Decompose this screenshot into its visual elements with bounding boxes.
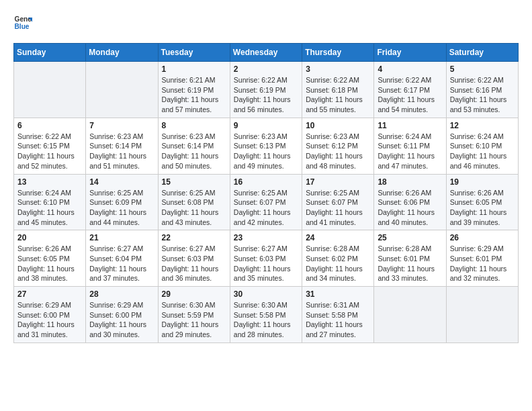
day-info: Sunrise: 6:30 AM Sunset: 5:58 PM Dayligh… — [234, 300, 298, 340]
calendar-cell: 10Sunrise: 6:23 AM Sunset: 6:12 PM Dayli… — [302, 118, 374, 174]
calendar-cell: 6Sunrise: 6:22 AM Sunset: 6:15 PM Daylig… — [14, 118, 86, 174]
day-info: Sunrise: 6:23 AM Sunset: 6:12 PM Dayligh… — [306, 132, 370, 171]
day-number: 30 — [234, 289, 298, 299]
weekday-header-wednesday: Wednesday — [230, 44, 302, 62]
day-number: 15 — [162, 177, 226, 187]
calendar-cell: 5Sunrise: 6:22 AM Sunset: 6:16 PM Daylig… — [446, 62, 518, 118]
calendar-cell: 1Sunrise: 6:21 AM Sunset: 6:19 PM Daylig… — [158, 62, 230, 118]
weekday-header-tuesday: Tuesday — [158, 44, 230, 62]
day-number: 26 — [450, 233, 515, 242]
calendar-cell: 12Sunrise: 6:24 AM Sunset: 6:10 PM Dayli… — [446, 118, 518, 174]
calendar-cell: 21Sunrise: 6:27 AM Sunset: 6:04 PM Dayli… — [86, 230, 158, 287]
day-info: Sunrise: 6:27 AM Sunset: 6:03 PM Dayligh… — [234, 244, 298, 283]
calendar-cell: 26Sunrise: 6:29 AM Sunset: 6:01 PM Dayli… — [446, 230, 518, 287]
day-info: Sunrise: 6:23 AM Sunset: 6:14 PM Dayligh… — [89, 132, 154, 171]
day-number: 5 — [450, 64, 515, 74]
calendar-cell: 25Sunrise: 6:28 AM Sunset: 6:01 PM Dayli… — [374, 230, 446, 287]
day-info: Sunrise: 6:28 AM Sunset: 6:01 PM Dayligh… — [378, 244, 442, 283]
day-number: 3 — [306, 64, 370, 74]
day-number: 11 — [378, 121, 442, 130]
day-info: Sunrise: 6:25 AM Sunset: 6:07 PM Dayligh… — [306, 188, 370, 228]
calendar-header-row: SundayMondayTuesdayWednesdayThursdayFrid… — [14, 44, 519, 62]
calendar-cell: 20Sunrise: 6:26 AM Sunset: 6:05 PM Dayli… — [14, 230, 86, 287]
day-number: 14 — [89, 177, 154, 187]
day-number: 1 — [162, 64, 226, 74]
logo: General Blue — [13, 13, 32, 32]
day-info: Sunrise: 6:25 AM Sunset: 6:07 PM Dayligh… — [234, 188, 298, 228]
day-number: 12 — [450, 121, 515, 130]
day-info: Sunrise: 6:24 AM Sunset: 6:10 PM Dayligh… — [17, 188, 82, 228]
calendar-cell — [374, 287, 446, 343]
calendar-cell: 9Sunrise: 6:23 AM Sunset: 6:13 PM Daylig… — [230, 118, 302, 174]
day-number: 29 — [162, 289, 226, 299]
calendar-table: SundayMondayTuesdayWednesdayThursdayFrid… — [13, 43, 519, 343]
calendar-cell: 2Sunrise: 6:22 AM Sunset: 6:19 PM Daylig… — [230, 62, 302, 118]
calendar-cell — [86, 62, 158, 118]
day-number: 9 — [234, 121, 298, 130]
calendar-cell: 14Sunrise: 6:25 AM Sunset: 6:09 PM Dayli… — [86, 174, 158, 230]
svg-text:General: General — [15, 15, 32, 23]
calendar-cell: 15Sunrise: 6:25 AM Sunset: 6:08 PM Dayli… — [158, 174, 230, 230]
calendar-body: 1Sunrise: 6:21 AM Sunset: 6:19 PM Daylig… — [14, 62, 519, 343]
calendar-cell: 19Sunrise: 6:26 AM Sunset: 6:05 PM Dayli… — [446, 174, 518, 230]
weekday-header-monday: Monday — [86, 44, 158, 62]
day-info: Sunrise: 6:29 AM Sunset: 6:00 PM Dayligh… — [17, 300, 82, 340]
calendar-cell: 18Sunrise: 6:26 AM Sunset: 6:06 PM Dayli… — [374, 174, 446, 230]
calendar-week-4: 20Sunrise: 6:26 AM Sunset: 6:05 PM Dayli… — [14, 230, 519, 287]
day-number: 18 — [378, 177, 442, 187]
day-number: 17 — [306, 177, 370, 187]
day-number: 16 — [234, 177, 298, 187]
day-info: Sunrise: 6:28 AM Sunset: 6:02 PM Dayligh… — [306, 244, 370, 283]
day-number: 22 — [162, 233, 226, 242]
weekday-header-thursday: Thursday — [302, 44, 374, 62]
day-number: 13 — [17, 177, 82, 187]
calendar-week-3: 13Sunrise: 6:24 AM Sunset: 6:10 PM Dayli… — [14, 174, 519, 230]
day-number: 25 — [378, 233, 442, 242]
day-info: Sunrise: 6:25 AM Sunset: 6:08 PM Dayligh… — [162, 188, 226, 228]
day-info: Sunrise: 6:31 AM Sunset: 5:58 PM Dayligh… — [306, 300, 370, 340]
day-number: 28 — [89, 289, 154, 299]
day-number: 23 — [234, 233, 298, 242]
calendar-cell: 11Sunrise: 6:24 AM Sunset: 6:11 PM Dayli… — [374, 118, 446, 174]
calendar-cell: 28Sunrise: 6:29 AM Sunset: 6:00 PM Dayli… — [86, 287, 158, 343]
day-info: Sunrise: 6:29 AM Sunset: 6:00 PM Dayligh… — [89, 300, 154, 340]
calendar-cell: 27Sunrise: 6:29 AM Sunset: 6:00 PM Dayli… — [14, 287, 86, 343]
logo-icon: General Blue — [13, 13, 32, 32]
day-number: 8 — [162, 121, 226, 130]
day-number: 7 — [89, 121, 154, 130]
weekday-header-saturday: Saturday — [446, 44, 518, 62]
calendar-cell — [14, 62, 86, 118]
day-info: Sunrise: 6:26 AM Sunset: 6:05 PM Dayligh… — [450, 188, 515, 228]
day-number: 20 — [17, 233, 82, 242]
day-info: Sunrise: 6:24 AM Sunset: 6:11 PM Dayligh… — [378, 132, 442, 171]
calendar-cell: 24Sunrise: 6:28 AM Sunset: 6:02 PM Dayli… — [302, 230, 374, 287]
day-number: 24 — [306, 233, 370, 242]
day-info: Sunrise: 6:27 AM Sunset: 6:03 PM Dayligh… — [162, 244, 226, 283]
calendar-cell: 3Sunrise: 6:22 AM Sunset: 6:18 PM Daylig… — [302, 62, 374, 118]
calendar-cell — [446, 287, 518, 343]
calendar-cell: 30Sunrise: 6:30 AM Sunset: 5:58 PM Dayli… — [230, 287, 302, 343]
calendar-cell: 8Sunrise: 6:23 AM Sunset: 6:14 PM Daylig… — [158, 118, 230, 174]
calendar-cell: 23Sunrise: 6:27 AM Sunset: 6:03 PM Dayli… — [230, 230, 302, 287]
day-info: Sunrise: 6:26 AM Sunset: 6:05 PM Dayligh… — [17, 244, 82, 283]
day-number: 10 — [306, 121, 370, 130]
day-number: 27 — [17, 289, 82, 299]
day-info: Sunrise: 6:26 AM Sunset: 6:06 PM Dayligh… — [378, 188, 442, 228]
calendar-cell: 16Sunrise: 6:25 AM Sunset: 6:07 PM Dayli… — [230, 174, 302, 230]
day-info: Sunrise: 6:25 AM Sunset: 6:09 PM Dayligh… — [89, 188, 154, 228]
day-number: 6 — [17, 121, 82, 130]
day-number: 19 — [450, 177, 515, 187]
day-info: Sunrise: 6:22 AM Sunset: 6:19 PM Dayligh… — [234, 75, 298, 115]
calendar-cell: 4Sunrise: 6:22 AM Sunset: 6:17 PM Daylig… — [374, 62, 446, 118]
day-info: Sunrise: 6:22 AM Sunset: 6:17 PM Dayligh… — [378, 75, 442, 115]
weekday-header-friday: Friday — [374, 44, 446, 62]
weekday-header-sunday: Sunday — [14, 44, 86, 62]
day-info: Sunrise: 6:23 AM Sunset: 6:13 PM Dayligh… — [234, 132, 298, 171]
calendar-week-5: 27Sunrise: 6:29 AM Sunset: 6:00 PM Dayli… — [14, 287, 519, 343]
page-header: General Blue — [13, 13, 519, 32]
day-info: Sunrise: 6:21 AM Sunset: 6:19 PM Dayligh… — [162, 75, 226, 115]
day-info: Sunrise: 6:30 AM Sunset: 5:59 PM Dayligh… — [162, 300, 226, 340]
day-info: Sunrise: 6:22 AM Sunset: 6:16 PM Dayligh… — [450, 75, 515, 115]
calendar-week-2: 6Sunrise: 6:22 AM Sunset: 6:15 PM Daylig… — [14, 118, 519, 174]
calendar-cell: 7Sunrise: 6:23 AM Sunset: 6:14 PM Daylig… — [86, 118, 158, 174]
